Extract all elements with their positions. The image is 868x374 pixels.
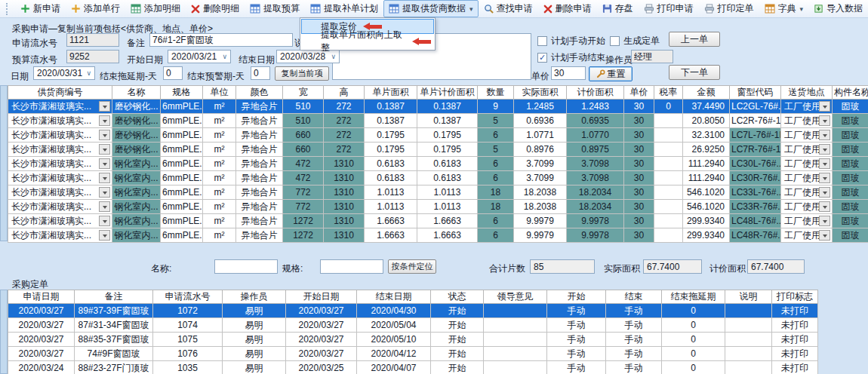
table-cell[interactable]: 0 — [662, 361, 725, 374]
table-cell[interactable]: 2020/03/27 — [286, 333, 357, 347]
table-cell[interactable]: 长沙市潇湘玻璃实... — [8, 114, 112, 128]
table-cell[interactable]: 772 — [283, 200, 324, 214]
table-cell[interactable]: 6mmPLE... — [161, 185, 203, 200]
table-cell[interactable]: 0 — [662, 318, 725, 333]
column-header[interactable]: 操作员 — [223, 290, 286, 304]
table-cell[interactable]: 9.9978 — [567, 228, 624, 243]
table-cell[interactable] — [654, 114, 683, 128]
table-cell[interactable]: 1272 — [283, 228, 324, 243]
column-header[interactable]: 结束日期 — [357, 290, 431, 304]
table-cell[interactable]: 0.1387 — [365, 114, 417, 128]
table-cell[interactable]: 异地合片 — [236, 214, 283, 228]
table-cell[interactable]: 1310 — [324, 185, 365, 200]
table-cell[interactable]: 开始 — [431, 304, 484, 318]
table-cell[interactable]: 异地合片 — [236, 228, 283, 243]
table-cell[interactable]: 异地合片 — [236, 200, 283, 214]
table-cell[interactable]: 钢化室内... — [112, 185, 161, 200]
table-cell[interactable] — [725, 347, 772, 361]
table-cell[interactable]: 工厂使用 — [781, 128, 833, 143]
table-cell[interactable]: 长沙市潇湘玻璃实... — [8, 228, 112, 243]
toolbar-button[interactable]: 字典▾ — [759, 0, 809, 17]
table-cell[interactable]: 0.1387 — [417, 114, 478, 128]
actual-area-field[interactable] — [643, 259, 702, 274]
table-cell[interactable]: 手动 — [606, 318, 662, 333]
table-cell[interactable]: 2020/03/27 — [8, 318, 75, 333]
supplier-dropdown-arrow[interactable] — [99, 173, 110, 183]
reset-button[interactable]: 重置 — [589, 66, 633, 81]
column-header[interactable]: 宽 — [283, 86, 324, 100]
column-header[interactable]: 构件名称 — [833, 86, 868, 100]
table-cell[interactable]: 开始 — [431, 347, 484, 361]
table-cell[interactable]: 272 — [324, 128, 365, 143]
table-row[interactable]: 长沙市潇湘玻璃实...磨砂钢化...6mmPLE...m²异地合片6602720… — [8, 143, 868, 157]
copy-current-button[interactable]: 复制当前项 — [275, 66, 329, 81]
table-cell[interactable]: 18.2038 — [514, 200, 567, 214]
table-cell[interactable]: LC48L-76#... — [730, 214, 781, 228]
table-cell[interactable]: 299.9340 — [683, 228, 730, 243]
table-cell[interactable]: 工厂使用 — [781, 214, 833, 228]
column-header[interactable]: 单片计价面积 — [417, 86, 478, 100]
table-cell[interactable]: 510 — [283, 114, 324, 128]
table-cell[interactable] — [725, 318, 772, 333]
table-cell[interactable]: 开始 — [431, 333, 484, 347]
table-cell[interactable]: 易明 — [223, 347, 286, 361]
toolbar-button[interactable]: 添加单行 — [66, 0, 125, 17]
table-cell[interactable]: 0 — [654, 100, 683, 114]
calc-area-field[interactable] — [747, 259, 805, 274]
table-cell[interactable]: 5 — [478, 114, 514, 128]
table-row[interactable]: 长沙市潇湘玻璃实...钢化室内...6mmPLE...m²异地合片7721310… — [8, 200, 868, 214]
table-cell[interactable]: 手动 — [606, 304, 662, 318]
table-cell[interactable]: 6mmPLE... — [161, 171, 203, 185]
table-cell[interactable]: 1072 — [153, 304, 223, 318]
column-header[interactable]: 开始日期 — [286, 290, 357, 304]
table-cell[interactable]: 手动 — [547, 333, 606, 347]
table-cell[interactable]: 固玻 — [833, 143, 868, 157]
table-cell[interactable] — [484, 347, 547, 361]
supplier-dropdown-arrow[interactable] — [99, 130, 110, 140]
table-cell[interactable]: 2020/03/24 — [8, 361, 75, 374]
table-cell[interactable]: 111.2940 — [683, 157, 730, 171]
table-cell[interactable] — [484, 304, 547, 318]
column-header[interactable]: 窗型代码 — [730, 86, 781, 100]
table-cell[interactable]: 2020/03/27 — [8, 333, 75, 347]
delivery-dropdown-arrow[interactable] — [819, 201, 830, 212]
table-row[interactable]: 长沙市潇湘玻璃实...磨砂钢化...6mmPLE...m²异地合片5102720… — [8, 100, 868, 114]
table-cell[interactable]: 异地合片 — [236, 185, 283, 200]
table-cell[interactable]: 手动 — [606, 347, 662, 361]
table-cell[interactable]: 1310 — [324, 157, 365, 171]
table-cell[interactable]: 18 — [478, 200, 514, 214]
column-header[interactable]: 申请日期 — [8, 290, 75, 304]
filter-spec-input[interactable] — [320, 259, 383, 274]
column-header[interactable]: 结束 — [606, 290, 662, 304]
table-cell[interactable]: 20.8050 — [683, 114, 730, 128]
table-cell[interactable]: 1.2483 — [567, 100, 624, 114]
table-cell[interactable]: 0.1387 — [365, 100, 417, 114]
table-cell[interactable]: 2020/04/30 — [357, 304, 431, 318]
table-row[interactable]: 2020/03/2488#23-27F门顶玻1035易明2020/03/2520… — [8, 361, 818, 374]
table-cell[interactable]: 546.1020 — [683, 200, 730, 214]
supplier-dropdown-arrow[interactable] — [99, 201, 110, 212]
table-cell[interactable]: 开始 — [431, 361, 484, 374]
table-cell[interactable]: 工厂使用 — [781, 100, 833, 114]
table-cell[interactable]: 18.2038 — [514, 185, 567, 200]
toolbar-button[interactable]: 打印定单 — [699, 0, 759, 17]
table-cell[interactable]: 2020/04/12 — [357, 347, 431, 361]
table-cell[interactable]: 易明 — [223, 333, 286, 347]
column-header[interactable]: 单位 — [203, 86, 236, 100]
table-cell[interactable]: 6mmPLE... — [161, 157, 203, 171]
table-cell[interactable]: 长沙市潇湘玻璃实... — [8, 143, 112, 157]
column-header[interactable]: 备注 — [75, 290, 153, 304]
table-cell[interactable]: 手动 — [547, 361, 606, 374]
table-cell[interactable]: 钢化室内... — [112, 214, 161, 228]
table-cell[interactable]: m² — [203, 143, 236, 157]
date-combo[interactable]: 2020/03/31 ∨ — [33, 66, 95, 80]
table-cell[interactable]: 6 — [478, 171, 514, 185]
table-cell[interactable]: 0.6935 — [567, 114, 624, 128]
table-cell[interactable]: 1.0113 — [365, 200, 417, 214]
unit-price-field[interactable] — [551, 66, 586, 80]
table-cell[interactable] — [484, 361, 547, 374]
table-cell[interactable]: 长沙市潇湘玻璃实... — [8, 214, 112, 228]
toolbar-button[interactable]: 提取供货商数据▾ — [383, 0, 479, 17]
table-cell[interactable]: 472 — [283, 157, 324, 171]
table-cell[interactable]: 32.3100 — [683, 128, 730, 143]
